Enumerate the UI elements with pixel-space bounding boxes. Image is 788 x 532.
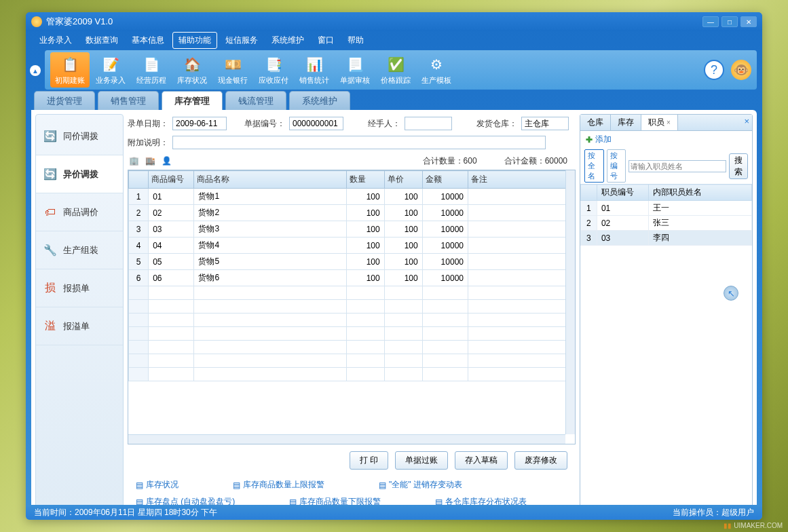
main-panel: 🔄同价调拨🔄异价调拨🏷商品调价🔧生产组装损报损单溢报溢单 录单日期： 单据编号：… <box>31 110 757 514</box>
tab-close-icon[interactable]: × <box>667 119 671 126</box>
note-input[interactable] <box>172 136 546 149</box>
menu-4[interactable]: 短信服务 <box>220 33 263 48</box>
toolbar-collapse-icon[interactable]: ▲ <box>30 65 41 76</box>
table-row-empty[interactable] <box>129 314 575 327</box>
toolbar-4[interactable]: 💴现金银行 <box>213 52 252 88</box>
menu-0[interactable]: 业务录入 <box>34 33 77 48</box>
right-tab-1[interactable]: 库存 <box>611 115 641 130</box>
table-row-empty[interactable] <box>129 286 575 300</box>
right-panel-close-icon[interactable]: × <box>744 116 749 126</box>
table-row[interactable]: 606货物610010010000 <box>129 270 575 286</box>
post-button[interactable]: 单据过账 <box>395 451 448 470</box>
maximize-button[interactable]: □ <box>721 16 738 27</box>
toolbar-8[interactable]: ✅价格跟踪 <box>376 52 415 88</box>
menu-3[interactable]: 辅助功能 <box>172 32 217 49</box>
status-user-label: 当前操作员： <box>673 508 721 517</box>
grid-col-6[interactable]: 备注 <box>468 171 574 189</box>
person-icon[interactable]: 👤 <box>160 155 172 167</box>
link-r1-0[interactable]: ▤库存状况 <box>136 479 179 491</box>
minimize-button[interactable]: — <box>702 16 719 27</box>
sidebar-item-4[interactable]: 损报损单 <box>36 269 123 307</box>
main-tab-0[interactable]: 进货管理 <box>34 91 95 110</box>
sidebar-icon-4: 损 <box>43 281 58 296</box>
menu-1[interactable]: 数据查询 <box>80 33 124 48</box>
date-input[interactable] <box>172 117 227 130</box>
main-tab-3[interactable]: 钱流管理 <box>225 91 286 110</box>
employee-search-input[interactable] <box>628 160 726 172</box>
filter-by-name[interactable]: 按全名 <box>584 149 604 183</box>
link-r1-1[interactable]: ▤库存商品数量上限报警 <box>233 479 324 491</box>
mascot-icon[interactable]: 🐵 <box>731 60 751 80</box>
table-row-empty[interactable] <box>129 341 575 354</box>
menu-7[interactable]: 帮助 <box>342 33 369 48</box>
table-row[interactable]: 101货物110010010000 <box>129 189 575 205</box>
grid-col-2[interactable]: 商品名称 <box>194 171 346 189</box>
total-qty-label: 合计数量： <box>423 156 464 166</box>
sidebar-item-0[interactable]: 🔄同价调拨 <box>36 117 123 155</box>
table-row[interactable]: 505货物510010010000 <box>129 254 575 270</box>
handler-label: 经手人： <box>361 118 400 130</box>
product-grid[interactable]: 商品编号商品名称数量单价金额备注101货物110010010000202货物21… <box>128 170 576 444</box>
sidebar-icon-2: 🏷 <box>43 205 58 220</box>
sidebar-item-3[interactable]: 🔧生产组装 <box>36 231 123 269</box>
employee-row[interactable]: 202张三 <box>581 216 752 231</box>
right-panel: × 仓库库存职员 × ✚添加 按全名 按编号 搜索 职员编号内部职员姓名101王… <box>580 114 753 510</box>
table-row[interactable]: 404货物410010010000 <box>129 238 575 254</box>
close-button[interactable]: ✕ <box>740 16 757 27</box>
right-col-1[interactable]: 职员编号 <box>597 185 648 201</box>
draft-button[interactable]: 存入草稿 <box>455 451 508 470</box>
vertical-scrollbar[interactable] <box>565 170 575 434</box>
grid-col-0[interactable] <box>129 171 149 189</box>
menu-6[interactable]: 窗口 <box>312 33 339 48</box>
grid-col-1[interactable]: 商品编号 <box>149 171 194 189</box>
toolbar-0[interactable]: 📋初期建账 <box>50 52 90 88</box>
grid-col-4[interactable]: 单价 <box>384 171 422 189</box>
menu-5[interactable]: 系统维护 <box>266 33 309 48</box>
toolbar-6[interactable]: 📊销售统计 <box>295 52 334 88</box>
grid-col-3[interactable]: 数量 <box>346 171 384 189</box>
links-row-1: ▤库存状况▤库存商品数量上限报警▤"全能" 进销存变动表 <box>128 476 576 493</box>
main-tab-1[interactable]: 销售管理 <box>98 91 159 110</box>
employee-grid[interactable]: 职员编号内部职员姓名101王一202张三303李四 <box>580 184 752 246</box>
warehouse-input[interactable] <box>521 117 569 130</box>
toolbar-2[interactable]: 📄经营历程 <box>132 52 171 88</box>
building2-icon[interactable]: 🏬 <box>144 155 156 167</box>
grid-col-5[interactable]: 金额 <box>422 171 468 189</box>
right-tab-2[interactable]: 职员 × <box>641 115 678 130</box>
table-row-empty[interactable] <box>129 354 575 368</box>
search-button[interactable]: 搜索 <box>729 153 748 179</box>
sidebar-item-5[interactable]: 溢报溢单 <box>36 307 123 345</box>
sidebar-item-2[interactable]: 🏷商品调价 <box>36 193 123 231</box>
toolbar-9[interactable]: ⚙生产模板 <box>417 52 456 88</box>
employee-row[interactable]: 101王一 <box>581 201 752 216</box>
table-row-empty[interactable] <box>129 368 575 381</box>
table-row-empty[interactable] <box>129 300 575 314</box>
print-button[interactable]: 打 印 <box>350 451 388 470</box>
discard-button[interactable]: 废弃修改 <box>514 451 567 470</box>
main-tabs: 进货管理销售管理库存管理钱流管理系统维护 <box>31 91 757 110</box>
building1-icon[interactable]: 🏢 <box>128 155 140 167</box>
toolbar-5[interactable]: 📑应收应付 <box>254 52 293 88</box>
main-tab-2[interactable]: 库存管理 <box>162 91 223 110</box>
add-button[interactable]: ✚添加 <box>580 131 752 148</box>
table-row-empty[interactable] <box>129 327 575 341</box>
menu-2[interactable]: 基本信息 <box>126 33 170 48</box>
filter-by-code[interactable]: 按编号 <box>607 149 626 183</box>
docno-input[interactable] <box>289 117 343 130</box>
sidebar-item-1[interactable]: 🔄异价调拨 <box>36 155 123 193</box>
main-tab-4[interactable]: 系统维护 <box>289 91 350 110</box>
toolbar-3[interactable]: 🏠库存状况 <box>172 52 212 88</box>
handler-input[interactable] <box>405 117 452 130</box>
titlebar[interactable]: 管家婆2009 V1.0 — □ ✕ <box>26 12 762 31</box>
toolbar-7[interactable]: 📃单据审核 <box>335 52 375 88</box>
help-icon[interactable]: ? <box>704 60 724 80</box>
toolbar-1[interactable]: 📝业务录入 <box>91 52 130 88</box>
right-col-2[interactable]: 内部职员姓名 <box>648 185 751 201</box>
table-row[interactable]: 202货物210010010000 <box>129 205 575 221</box>
right-tab-0[interactable]: 仓库 <box>580 115 611 130</box>
right-col-0[interactable] <box>581 185 597 201</box>
horizontal-scrollbar[interactable] <box>128 434 565 444</box>
employee-row[interactable]: 303李四 <box>581 231 752 246</box>
link-r1-2[interactable]: ▤"全能" 进销存变动表 <box>379 479 462 491</box>
table-row[interactable]: 303货物310010010000 <box>129 221 575 238</box>
